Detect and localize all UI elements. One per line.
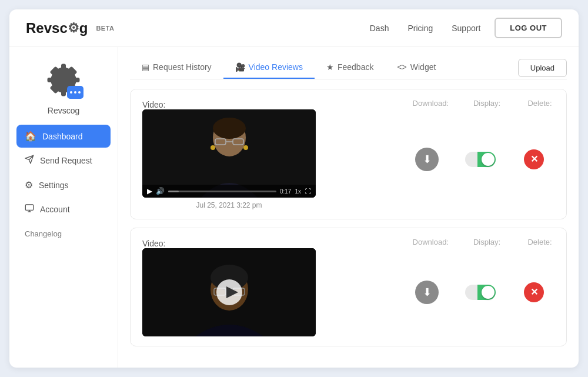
- tab-request-history[interactable]: ▤ Request History: [130, 56, 223, 79]
- sidebar-item-account[interactable]: Account: [16, 198, 111, 221]
- card-header-row-1: Video: Download: Display: De: [142, 99, 554, 109]
- send-icon: [25, 155, 34, 166]
- video-timestamp-1: Jul 25, 2021 3:22 pm: [196, 201, 262, 209]
- download-arrow-icon-2: ⬇: [423, 286, 432, 299]
- sidebar: Revscog 🏠 Dashboard Send Request ⚙: [9, 47, 118, 368]
- delete-col-header-1: Delete:: [525, 99, 554, 108]
- play-button-1[interactable]: ▶: [147, 187, 152, 195]
- avatar: [42, 59, 85, 101]
- body-area: Revscog 🏠 Dashboard Send Request ⚙: [9, 47, 579, 368]
- video-controls-1: ▶ 🔊 0:17 1x ⛶: [142, 185, 316, 198]
- main-content: ▤ Request History 🎥 Video Reviews ★ Feed…: [118, 47, 579, 368]
- sidebar-item-settings[interactable]: ⚙ Settings: [16, 174, 111, 196]
- sidebar-item-dashboard[interactable]: 🏠 Dashboard: [16, 125, 111, 148]
- delete-col-header-2: Delete:: [525, 238, 554, 246]
- logout-button[interactable]: LOG OUT: [495, 18, 562, 38]
- download-arrow-icon-1: ⬇: [423, 153, 432, 166]
- sidebar-item-send-request[interactable]: Send Request: [16, 149, 111, 172]
- speed-label-1: 1x: [295, 188, 301, 195]
- person-svg-2: [142, 248, 316, 336]
- delete-label-1: Delete:: [527, 99, 552, 108]
- download-action-1: ⬇: [412, 148, 442, 171]
- card-header-row-2: Video: Download: Display: De: [142, 238, 554, 248]
- display-action-2: [465, 285, 496, 300]
- fullscreen-button-1[interactable]: ⛶: [305, 188, 311, 195]
- delete-action-1: ✕: [519, 149, 549, 169]
- cards-area: Video: Download: Display: De: [130, 89, 567, 368]
- card-actions-header-1: Download: Display: Delete:: [165, 99, 554, 108]
- download-button-1[interactable]: ⬇: [415, 148, 439, 171]
- video-player-2[interactable]: [142, 248, 316, 336]
- close-icon-1: ✕: [530, 155, 538, 164]
- video-label-2: Video:: [142, 238, 165, 248]
- display-label-1: Display:: [473, 99, 500, 108]
- svg-point-11: [211, 145, 215, 150]
- card-body-right-1: ⬇: [316, 148, 554, 171]
- delete-button-2[interactable]: ✕: [524, 282, 544, 302]
- display-toggle-2[interactable]: [465, 285, 496, 300]
- card-actions-header-2: Download: Display: Delete:: [165, 238, 554, 246]
- chat-bubble-icon: [67, 86, 83, 99]
- svg-point-7: [213, 118, 246, 139]
- download-col-header-2: Download:: [413, 238, 449, 246]
- download-label-1: Download:: [413, 99, 449, 108]
- download-label-2: Download:: [413, 238, 449, 246]
- delete-button-1[interactable]: ✕: [524, 149, 544, 169]
- upload-button[interactable]: Upload: [518, 59, 567, 77]
- nav-links: Dash Pricing Support: [370, 24, 481, 33]
- svg-rect-2: [25, 205, 33, 210]
- nav-dash[interactable]: Dash: [370, 24, 389, 33]
- tab-video-reviews[interactable]: 🎥 Video Reviews: [223, 56, 315, 79]
- home-icon: 🏠: [25, 131, 36, 142]
- sidebar-item-label-settings: Settings: [39, 181, 69, 190]
- card-body-right-2: ⬇: [316, 281, 554, 304]
- download-button-2[interactable]: ⬇: [415, 281, 439, 304]
- display-label-2: Display:: [473, 238, 500, 246]
- display-toggle-1[interactable]: [465, 152, 496, 167]
- toggle-knob-2: [482, 286, 495, 299]
- gear-logo-icon: ⚙: [68, 21, 79, 36]
- sidebar-item-label-dashboard: Dashboard: [42, 132, 83, 141]
- sidebar-username: Revscog: [48, 106, 79, 115]
- logo-area: Revsc ⚙ g BETA: [26, 20, 115, 36]
- video-thumbnail-2: [142, 248, 316, 336]
- svg-point-12: [243, 145, 248, 150]
- card-body-row-1: ▶ 🔊 0:17 1x ⛶: [142, 109, 554, 209]
- video-label-1: Video:: [142, 99, 165, 109]
- card-inner-2: Video: Download: Display: De: [142, 238, 554, 336]
- video-left-1: ▶ 🔊 0:17 1x ⛶: [142, 109, 316, 209]
- video-player-1[interactable]: ▶ 🔊 0:17 1x ⛶: [142, 109, 316, 198]
- progress-fill-1: [168, 191, 179, 192]
- volume-button-1[interactable]: 🔊: [156, 187, 165, 195]
- beta-badge: BETA: [96, 25, 114, 32]
- sidebar-item-label-send-request: Send Request: [40, 156, 92, 165]
- tabs-row: ▤ Request History 🎥 Video Reviews ★ Feed…: [130, 56, 567, 79]
- star-icon: ★: [326, 62, 334, 72]
- video-left-2: [142, 248, 316, 336]
- sidebar-item-label-account: Account: [40, 205, 70, 214]
- progress-bar-1[interactable]: [168, 191, 276, 192]
- sidebar-changelog[interactable]: Changelog: [9, 223, 118, 244]
- nav-support[interactable]: Support: [452, 24, 480, 33]
- tab-feedback[interactable]: ★ Feedback: [315, 56, 385, 79]
- display-action-1: [465, 152, 496, 167]
- toggle-knob-1: [482, 153, 495, 166]
- delete-label-2: Delete:: [527, 238, 552, 246]
- download-col-header-1: Download:: [413, 99, 449, 108]
- time-label-1: 0:17: [280, 188, 291, 195]
- nav-pricing[interactable]: Pricing: [407, 24, 433, 33]
- header: Revsc ⚙ g BETA Dash Pricing Support LOG …: [9, 9, 579, 47]
- video-card-1: Video: Download: Display: De: [130, 89, 567, 219]
- logo: Revsc ⚙ g: [26, 20, 88, 36]
- delete-action-2: ✕: [519, 282, 549, 302]
- tab-widget[interactable]: <> Widget: [385, 56, 447, 79]
- download-action-2: ⬇: [412, 281, 442, 304]
- card-body-row-2: ⬇: [142, 248, 554, 336]
- video-card-2: Video: Download: Display: De: [130, 228, 567, 346]
- video-icon: 🎥: [235, 62, 245, 72]
- widget-icon: <>: [397, 62, 406, 72]
- display-col-header-1: Display:: [472, 99, 502, 108]
- list-icon: ▤: [142, 62, 149, 72]
- settings-icon: ⚙: [25, 179, 33, 191]
- sidebar-nav: 🏠 Dashboard Send Request ⚙ Settings: [9, 125, 118, 221]
